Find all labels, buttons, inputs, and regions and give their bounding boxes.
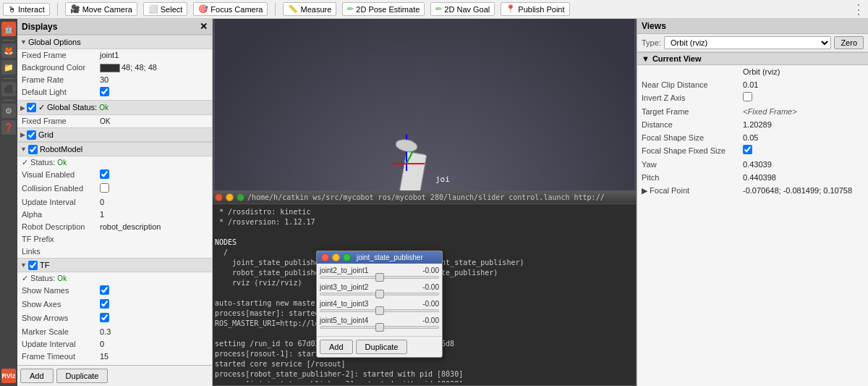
focal-shape-size-value[interactable]: 0.05 xyxy=(743,132,864,143)
invert-z-checkbox[interactable] xyxy=(743,92,752,101)
alpha-value[interactable]: 1 xyxy=(100,209,209,220)
marker-scale-value[interactable]: 0.3 xyxy=(100,327,209,337)
grid-item[interactable]: ▶ Grid xyxy=(17,127,212,142)
sidebar-icon-terminal[interactable]: ⬛ xyxy=(1,82,16,96)
window-close-button[interactable] xyxy=(321,253,329,261)
3d-viewport[interactable]: joint3_ nge joi joint4 joint5 xyxy=(213,19,637,386)
yaw-value[interactable]: 0.43039 xyxy=(743,159,864,170)
links-value xyxy=(100,246,209,257)
joint1-slider-thumb[interactable] xyxy=(375,273,384,282)
tf-update-value[interactable]: 0 xyxy=(100,339,209,350)
term-line: * /rosdistro: kinetic xyxy=(215,207,631,217)
add-display-button[interactable]: Add xyxy=(20,369,54,383)
interact-button[interactable]: 🖱 Interact xyxy=(3,3,50,16)
term-line: process[joint_state_publisher-3]: starte… xyxy=(215,379,631,382)
joint4-value: -0.00 xyxy=(422,316,439,324)
displays-panel: Displays ✕ ▼ Global Options Fixed Frame … xyxy=(17,19,213,386)
grid-checkbox[interactable] xyxy=(27,130,36,140)
orbit-type-value: Orbit (rviz) xyxy=(743,66,864,77)
sidebar-icon-help[interactable]: ❓ xyxy=(1,120,16,135)
joint1-name: joint2_to_joint1 xyxy=(320,267,368,274)
global-status-checkbox[interactable] xyxy=(27,103,36,112)
term-min-button[interactable] xyxy=(226,193,234,201)
duplicate-display-button[interactable]: Duplicate xyxy=(56,369,109,383)
move-camera-button[interactable]: 🎥 Move Camera xyxy=(65,2,137,16)
joint-row-4: joint5_to_joint4 -0.00 xyxy=(320,316,439,329)
toolbar-overflow-icon[interactable]: ⋮ xyxy=(852,1,865,17)
nav-goal-button[interactable]: ✏ 2D Nav Goal xyxy=(430,2,495,16)
focus-camera-button[interactable]: 🎯 Focus Camera xyxy=(193,2,268,16)
grid-arrow[interactable]: ▶ xyxy=(20,129,25,140)
focal-point-value[interactable]: -0.070648; -0.081499; 0.10758 xyxy=(743,185,864,196)
joint-add-button[interactable]: Add xyxy=(320,340,353,354)
current-view-header[interactable]: ▼ Current View xyxy=(637,52,868,65)
robot-desc-label: Robot Description xyxy=(20,222,100,232)
robotmodel-status-row: ✓ Status: Ok xyxy=(17,156,212,169)
joint3-slider-track[interactable] xyxy=(320,309,439,312)
global-status-arrow[interactable]: ▶ xyxy=(20,102,25,114)
robotmodel-arrow[interactable]: ▼ xyxy=(20,143,27,155)
pitch-value[interactable]: 0.440398 xyxy=(743,172,864,183)
color-swatch xyxy=(100,64,120,72)
pose-estimate-button[interactable]: ✏ 2D Pose Estimate xyxy=(342,2,425,16)
tf-item[interactable]: ▼ TF xyxy=(17,258,212,272)
joint2-slider-track[interactable] xyxy=(320,293,439,295)
robotmodel-item[interactable]: ▼ RobotModel xyxy=(17,142,212,156)
background-color-value[interactable]: 48; 48; 48 xyxy=(100,62,209,73)
global-options-item[interactable]: ▼ Global Options xyxy=(17,35,212,49)
sidebar-icon-browser[interactable]: 🦊 xyxy=(1,43,16,58)
collision-enabled-checkbox[interactable] xyxy=(100,183,109,193)
robotmodel-checkbox[interactable] xyxy=(28,145,38,154)
frame-rate-value[interactable]: 30 xyxy=(100,75,209,85)
sidebar-icon-rviz[interactable]: RViz xyxy=(1,369,16,383)
joint3-name: joint4_to_joint3 xyxy=(320,300,368,308)
views-zero-button[interactable]: Zero xyxy=(834,36,864,49)
frame-timeout-value[interactable]: 15 xyxy=(100,351,209,362)
sidebar-icon-robot[interactable]: 🤖 xyxy=(1,22,16,36)
yaw-label: Yaw xyxy=(642,159,743,170)
distance-value[interactable]: 1.20289 xyxy=(743,119,864,130)
views-type-select[interactable]: Orbit (rviz) xyxy=(664,36,831,49)
show-arrows-checkbox[interactable] xyxy=(100,313,109,322)
target-frame-value[interactable]: <Fixed Frame> xyxy=(743,106,864,117)
joint4-slider-track[interactable] xyxy=(320,326,439,329)
focal-shape-fixed-checkbox[interactable] xyxy=(743,145,752,154)
show-arrows-row: Show Arrows xyxy=(17,312,212,326)
joint4-slider-thumb[interactable] xyxy=(375,323,384,332)
publish-point-button[interactable]: 📍 Publish Point xyxy=(501,2,569,16)
show-axes-checkbox[interactable] xyxy=(100,299,109,309)
focal-shape-fixed-row: Focal Shape Fixed Size xyxy=(637,144,868,158)
joint1-slider-track[interactable] xyxy=(320,276,439,279)
tf-update-label: Update Interval xyxy=(20,339,100,350)
toolbar-separator xyxy=(57,3,58,16)
displays-close-icon[interactable]: ✕ xyxy=(200,21,208,32)
joint4-name: joint5_to_joint4 xyxy=(320,316,368,324)
visual-enabled-checkbox[interactable] xyxy=(100,169,109,179)
joint-duplicate-button[interactable]: Duplicate xyxy=(356,340,408,354)
sidebar-icon-files[interactable]: 📁 xyxy=(1,60,16,75)
global-status-item[interactable]: ▶ ✓ Global Status: Ok xyxy=(17,100,212,115)
displays-content[interactable]: ▼ Global Options Fixed Frame joint1 Back… xyxy=(17,35,212,365)
update-interval-value[interactable]: 0 xyxy=(100,197,209,208)
window-minimize-button[interactable] xyxy=(332,253,340,261)
global-options-arrow[interactable]: ▼ xyxy=(20,36,27,48)
tf-prefix-value[interactable] xyxy=(100,234,209,245)
displays-footer: Add Duplicate xyxy=(17,365,212,386)
near-clip-value[interactable]: 0.01 xyxy=(743,79,864,91)
sidebar-icon-settings[interactable]: ⚙ xyxy=(1,104,16,118)
window-maximize-button[interactable] xyxy=(343,253,351,261)
show-names-checkbox[interactable] xyxy=(100,285,109,295)
joint3-slider-thumb[interactable] xyxy=(375,306,384,315)
default-light-checkbox[interactable] xyxy=(100,87,109,96)
joint-pub-header: joint_state_publisher xyxy=(317,251,442,264)
joint2-slider-thumb[interactable] xyxy=(375,290,384,298)
views-panel: Views Type: Orbit (rviz) Zero ▼ Current … xyxy=(637,19,868,386)
tf-arrow[interactable]: ▼ xyxy=(20,259,27,271)
fixed-frame-value[interactable]: joint1 xyxy=(100,50,209,61)
robot-desc-value[interactable]: robot_description xyxy=(100,222,209,232)
select-button[interactable]: ⬜ Select xyxy=(143,2,188,16)
term-max-button[interactable] xyxy=(237,193,244,201)
measure-button[interactable]: 📏 Measure xyxy=(283,2,336,16)
term-close-button[interactable] xyxy=(215,193,223,201)
tf-checkbox[interactable] xyxy=(28,261,38,270)
